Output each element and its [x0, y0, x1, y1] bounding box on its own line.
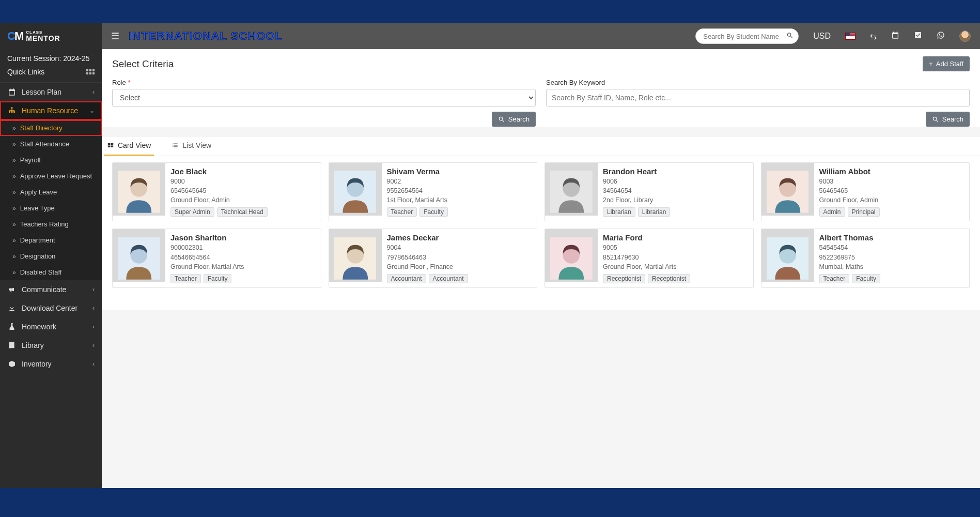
- whatsapp-icon[interactable]: [937, 31, 945, 41]
- sidebar-item-label: Teachers Rating: [20, 220, 69, 228]
- download-icon: [7, 304, 17, 312]
- staff-card[interactable]: James Deckar900479786546463Ground Floor …: [329, 229, 538, 287]
- calendar-icon: [7, 88, 17, 96]
- double-chevron-icon: »: [12, 237, 16, 244]
- sidebar-item-library[interactable]: Library‹: [0, 336, 102, 355]
- staff-name: Jason Sharlton: [170, 233, 316, 242]
- staff-dept: Ground Floor, Admin: [170, 195, 316, 205]
- staff-id: 900002301: [170, 243, 316, 252]
- check-square-icon[interactable]: [914, 31, 922, 41]
- staff-id: 9002: [387, 177, 532, 186]
- staff-info: Maria Ford90058521479630Ground Floor, Ma…: [598, 229, 753, 287]
- search-icon[interactable]: [786, 32, 794, 41]
- staff-dept: Mumbai, Maths: [819, 262, 965, 271]
- double-chevron-icon: »: [12, 173, 16, 180]
- tab-card-view[interactable]: Card View: [104, 137, 154, 156]
- quick-links-row[interactable]: Quick Links: [0, 65, 102, 83]
- chevron-down-icon: ⌄: [89, 107, 95, 114]
- avatar-placeholder-icon: [118, 235, 160, 282]
- staff-info: William Abbot900356465465Ground Floor, A…: [814, 163, 970, 221]
- avatar-placeholder-icon: [550, 168, 593, 216]
- sidebar-subitem-staff-attendance[interactable]: »Staff Attendance: [0, 136, 102, 152]
- staff-info: Albert Thomas545454549522369875Mumbai, M…: [814, 229, 970, 287]
- role-tag: Teacher: [387, 207, 417, 217]
- sidebar-item-label: Leave Type: [20, 204, 55, 212]
- role-tag: Accountant: [387, 274, 426, 283]
- add-staff-button[interactable]: + Add Staff: [923, 56, 970, 71]
- staff-cards-grid: Joe Black90006545645645Ground Floor, Adm…: [102, 156, 980, 303]
- search-icon: [498, 116, 505, 123]
- double-chevron-icon: »: [12, 205, 16, 212]
- role-tag: Teacher: [170, 274, 201, 283]
- sidebar-subitem-leave-type[interactable]: »Leave Type: [0, 200, 102, 216]
- student-search: [695, 28, 799, 44]
- sidebar-item-communicate[interactable]: Communicate‹: [0, 280, 102, 299]
- staff-card[interactable]: Jason Sharlton90000230146546654564Ground…: [112, 229, 321, 287]
- page-title: Select Criteria: [112, 58, 174, 70]
- staff-card[interactable]: Shivam Verma900295526545641st Floor, Mar…: [329, 162, 538, 221]
- double-chevron-icon: »: [12, 125, 16, 132]
- page-bottom-band: [0, 488, 980, 517]
- flag-us-icon[interactable]: [845, 33, 855, 40]
- keyword-search-button[interactable]: Search: [926, 112, 970, 127]
- sidebar-subitem-staff-directory[interactable]: »Staff Directory: [0, 120, 102, 136]
- sidebar-item-human-resource[interactable]: Human Resource ⌄: [0, 101, 102, 120]
- sidebar-item-lesson-plan[interactable]: Lesson Plan ‹: [0, 83, 102, 101]
- swap-icon[interactable]: ⇆: [870, 32, 877, 41]
- staff-info: Jason Sharlton90000230146546654564Ground…: [165, 229, 321, 287]
- staff-id: 9006: [603, 177, 748, 186]
- staff-name: Joe Black: [170, 167, 316, 176]
- logo-text: CLASS MENTOR: [26, 31, 60, 42]
- user-avatar[interactable]: [959, 31, 971, 42]
- chevron-left-icon: ‹: [92, 305, 95, 312]
- sidebar-subitem-approve-leave-request[interactable]: »Approve Leave Request: [0, 168, 102, 184]
- sidebar-subitem-payroll[interactable]: »Payroll: [0, 152, 102, 168]
- sidebar-item-label: Inventory: [22, 360, 52, 368]
- sidebar-subitem-teachers-rating[interactable]: »Teachers Rating: [0, 216, 102, 232]
- role-search-button[interactable]: Search: [492, 112, 536, 127]
- bullhorn-icon: [7, 285, 17, 294]
- sidebar-item-label: Payroll: [20, 156, 41, 164]
- avatar-placeholder-icon: [767, 168, 809, 216]
- calendar-icon[interactable]: [891, 31, 899, 41]
- staff-card[interactable]: William Abbot900356465465Ground Floor, A…: [761, 162, 970, 221]
- staff-card[interactable]: Joe Black90006545645645Ground Floor, Adm…: [112, 162, 321, 221]
- staff-phone: 6545645645: [170, 186, 316, 195]
- staff-name: Brandon Heart: [603, 167, 748, 176]
- sidebar-item-download-center[interactable]: Download Center‹: [0, 299, 102, 317]
- sidebar-subitem-disabled-staff[interactable]: »Disabled Staff: [0, 264, 102, 280]
- staff-id: 9003: [819, 177, 965, 186]
- role-select[interactable]: Select: [112, 89, 536, 107]
- menu-toggle-icon[interactable]: ☰: [111, 31, 119, 42]
- sidebar-item-homework[interactable]: Homework‹: [0, 317, 102, 336]
- tab-list-view[interactable]: List View: [168, 137, 214, 156]
- staff-dept: Ground Floor, Martial Arts: [603, 262, 748, 271]
- sidebar-subitem-department[interactable]: »Department: [0, 232, 102, 248]
- staff-card[interactable]: Maria Ford90058521479630Ground Floor, Ma…: [545, 229, 754, 287]
- staff-phone: 8521479630: [603, 253, 748, 262]
- staff-card[interactable]: Brandon Heart9006345646542nd Floor, Libr…: [545, 162, 754, 221]
- sidebar-subitem-designation[interactable]: »Designation: [0, 248, 102, 264]
- keyword-input[interactable]: [546, 89, 970, 107]
- staff-card[interactable]: Albert Thomas545454549522369875Mumbai, M…: [761, 229, 970, 287]
- currency-label[interactable]: USD: [813, 32, 831, 41]
- staff-id: 54545454: [819, 243, 965, 252]
- student-search-input[interactable]: [695, 28, 799, 44]
- sidebar-item-inventory[interactable]: Inventory‹: [0, 355, 102, 373]
- sidebar-item-label: Download Center: [22, 304, 77, 312]
- avatar-placeholder-icon: [118, 168, 160, 216]
- role-tag: Faculty: [204, 274, 232, 283]
- staff-photo: [329, 229, 382, 282]
- sidebar: CM CLASS MENTOR Current Session: 2024-25…: [0, 23, 102, 488]
- brand-logo[interactable]: CM CLASS MENTOR: [0, 23, 102, 49]
- role-tag: Accountant: [429, 274, 468, 283]
- quick-links-label: Quick Links: [7, 68, 44, 76]
- page-top-band: [0, 0, 980, 23]
- staff-phone: 34564654: [603, 186, 748, 195]
- sidebar-item-label: Homework: [22, 323, 56, 331]
- double-chevron-icon: »: [12, 189, 16, 196]
- sidebar-subitem-apply-leave[interactable]: »Apply Leave: [0, 184, 102, 200]
- role-tag: Teacher: [819, 274, 850, 283]
- staff-phone: 46546654564: [170, 253, 316, 262]
- double-chevron-icon: »: [12, 253, 16, 260]
